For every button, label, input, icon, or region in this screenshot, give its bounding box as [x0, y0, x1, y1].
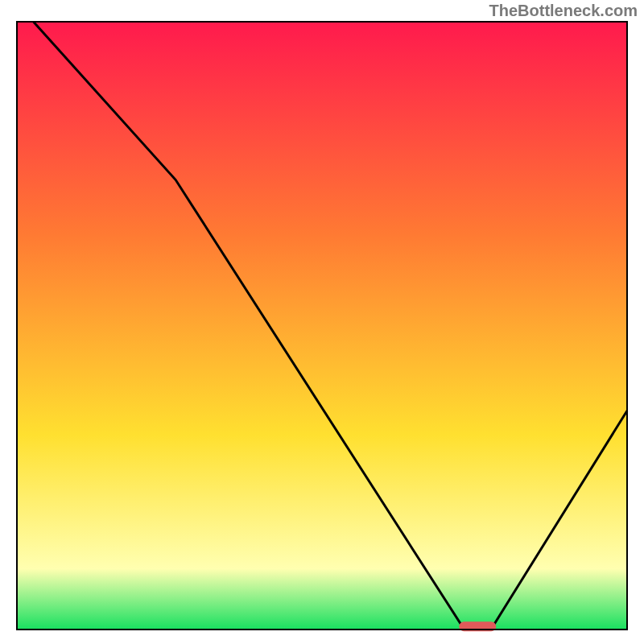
attribution-text: TheBottleneck.com [489, 2, 638, 20]
bottleneck-chart [0, 0, 644, 644]
plot-background [17, 22, 627, 630]
